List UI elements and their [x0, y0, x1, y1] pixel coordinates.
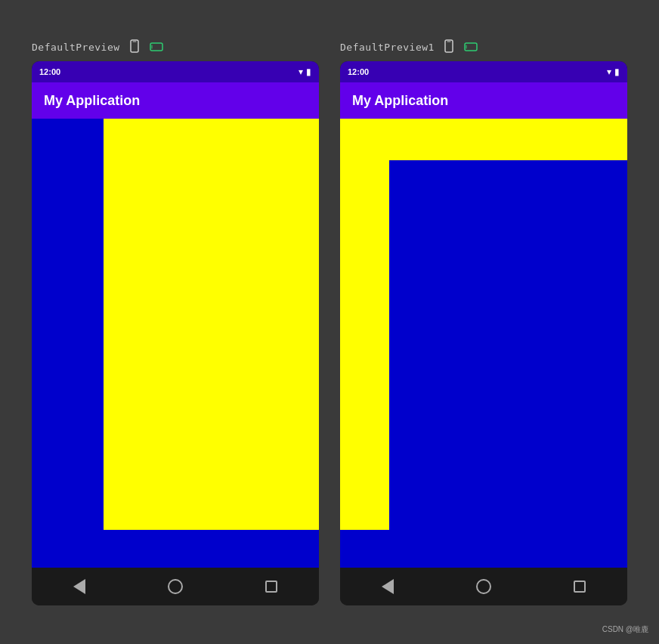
left-yellow-block — [104, 119, 319, 530]
right-device-label-row: DefaultPreview1 — [340, 39, 480, 55]
right-portrait-icon — [441, 39, 457, 55]
left-app-title: My Application — [44, 93, 140, 109]
left-device-label-row: DefaultPreview — [32, 39, 166, 55]
left-status-bar: 12:00 ▾ ▮ — [32, 61, 319, 82]
left-landscape-icon — [149, 39, 166, 55]
right-app-title: My Application — [352, 93, 448, 109]
right-yellow-left-strip — [340, 160, 389, 530]
left-home-icon — [168, 579, 183, 594]
right-home-button[interactable] — [475, 577, 493, 596]
right-recents-icon — [574, 581, 586, 593]
left-recents-icon — [265, 581, 277, 593]
left-home-button[interactable] — [166, 577, 184, 596]
left-battery-icon: ▮ — [306, 67, 311, 77]
right-status-bar: 12:00 ▾ ▮ — [340, 61, 627, 82]
right-landscape-icon — [463, 39, 480, 55]
left-portrait-icon — [126, 39, 143, 55]
right-phone-frame: 12:00 ▾ ▮ My Application — [340, 61, 627, 605]
right-device-label: DefaultPreview1 — [340, 42, 435, 53]
left-back-button[interactable] — [70, 577, 88, 596]
csdn-watermark: CSDN @唯鹿 — [602, 624, 648, 635]
left-device-container: DefaultPreview 12:00 ▾ ▮ — [32, 39, 319, 605]
left-status-icons: ▾ ▮ — [299, 67, 311, 77]
left-phone-frame: 12:00 ▾ ▮ My Application — [32, 61, 319, 605]
left-back-icon — [73, 579, 85, 594]
left-status-time: 12:00 — [39, 67, 60, 76]
right-nav-bar — [340, 568, 627, 605]
right-recents-button[interactable] — [571, 577, 589, 596]
left-device-label: DefaultPreview — [32, 42, 120, 53]
right-status-time: 12:00 — [348, 67, 369, 76]
left-recents-button[interactable] — [262, 577, 280, 596]
right-battery-icon: ▮ — [614, 67, 620, 77]
right-device-container: DefaultPreview1 12:00 ▾ ▮ — [340, 39, 627, 605]
right-home-icon — [476, 579, 491, 594]
right-blue-inner — [389, 160, 627, 530]
left-wifi-icon: ▾ — [299, 67, 303, 77]
right-app-bar: My Application — [340, 82, 627, 119]
right-phone-content — [340, 119, 627, 568]
right-wifi-icon: ▾ — [607, 67, 611, 77]
right-back-icon — [382, 579, 394, 594]
workspace: DefaultPreview 12:00 ▾ ▮ — [17, 23, 642, 621]
left-app-bar: My Application — [32, 82, 319, 119]
right-status-icons: ▾ ▮ — [607, 67, 620, 77]
left-phone-content — [32, 119, 319, 568]
right-back-button[interactable] — [379, 577, 397, 596]
right-yellow-top-strip — [340, 119, 627, 160]
left-nav-bar — [32, 568, 319, 605]
